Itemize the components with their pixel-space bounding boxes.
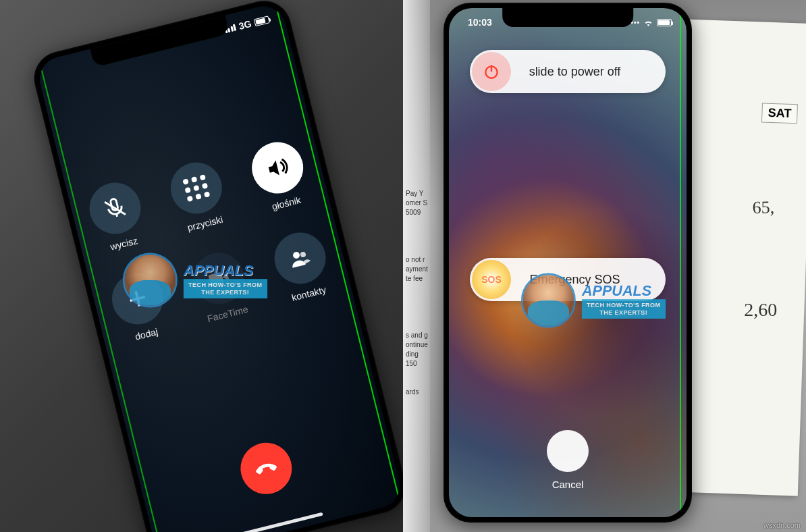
svg-point-5 xyxy=(300,251,306,258)
contacts-icon xyxy=(286,244,313,272)
keypad-icon xyxy=(182,174,210,202)
phone-hangup-icon xyxy=(251,454,281,483)
speaker-label: głośnik xyxy=(271,194,302,212)
network-label: 3G xyxy=(238,18,252,32)
slide-to-power-off[interactable]: slide to power off xyxy=(470,50,666,93)
home-indicator[interactable] xyxy=(237,512,323,532)
cancel-label: Cancel xyxy=(552,479,584,490)
watermark-left: APPUALS TECH HOW-TO'S FROMTHE EXPERTS! xyxy=(123,253,267,308)
watermark-avatar-icon xyxy=(123,253,178,308)
right-photo-panel: Pay Y omer S 5009 o not r ayment te fee … xyxy=(403,0,806,532)
call-controls-grid: wycisz przyciski xyxy=(77,135,344,361)
speaker-icon xyxy=(263,154,291,182)
sos-knob[interactable]: SOS xyxy=(472,260,511,299)
watermark-tagline: TECH HOW-TO'S FROMTHE EXPERTS! xyxy=(184,279,267,298)
speaker-button[interactable]: głośnik xyxy=(240,135,322,230)
cancel-button[interactable] xyxy=(547,430,589,472)
sos-knob-label: SOS xyxy=(481,274,502,285)
mic-off-icon xyxy=(101,194,128,222)
iphone-device-right: 10:03 •••• slide to power off xyxy=(444,3,692,523)
add-label: dodaj xyxy=(134,326,159,342)
keypad-button[interactable]: przyciski xyxy=(159,155,241,250)
cancel-area: Cancel xyxy=(547,430,589,490)
power-icon xyxy=(483,63,500,80)
contacts-label: kontakty xyxy=(290,284,327,303)
paper-strip-left: Pay Y omer S 5009 o not r ayment te fee … xyxy=(403,0,430,532)
power-off-screen: 10:03 •••• slide to power off xyxy=(449,8,687,517)
svg-point-4 xyxy=(292,251,300,259)
power-slider-text: slide to power off xyxy=(511,65,666,79)
clock: 10:03 xyxy=(460,17,492,28)
contacts-button[interactable]: kontakty xyxy=(262,225,344,320)
watermark-brand: APPUALS xyxy=(184,262,267,279)
watermark-tagline: TECH HOW-TO'S FROMTHE EXPERTS! xyxy=(582,299,666,319)
end-call-button[interactable] xyxy=(235,437,297,500)
watermark-avatar-icon xyxy=(521,273,576,328)
watermark-right: APPUALS TECH HOW-TO'S FROMTHE EXPERTS! xyxy=(521,273,666,328)
battery-icon xyxy=(657,19,672,26)
watermark-brand: APPUALS xyxy=(582,282,666,299)
wifi-icon xyxy=(643,19,653,26)
power-knob[interactable] xyxy=(472,52,511,91)
notch xyxy=(502,8,633,27)
handwriting-1: 65, xyxy=(752,197,774,218)
keypad-label: przyciski xyxy=(186,214,223,234)
image-credit: wsxdn.com xyxy=(763,521,801,529)
paper-day-header: SAT xyxy=(761,103,798,124)
handwriting-2: 2,60 xyxy=(744,299,777,321)
green-line-defect xyxy=(680,8,681,517)
battery-icon xyxy=(253,16,269,26)
mute-label: wycisz xyxy=(109,235,138,252)
